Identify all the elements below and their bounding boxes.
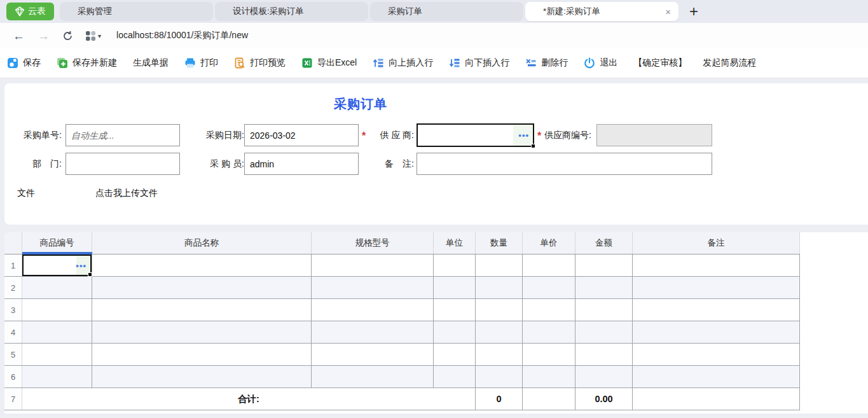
grid-cell[interactable] bbox=[523, 299, 575, 321]
grid-cell[interactable] bbox=[633, 299, 800, 321]
tab-design-template[interactable]: 设计模板:采购订单 bbox=[215, 2, 368, 21]
grid-cell[interactable] bbox=[92, 321, 312, 343]
grid-cell[interactable] bbox=[476, 254, 523, 276]
grid-cell[interactable] bbox=[22, 344, 92, 365]
order-date-input[interactable] bbox=[244, 124, 359, 146]
column-header-product-name[interactable]: 商品名称 bbox=[92, 232, 312, 254]
grid-cell[interactable] bbox=[575, 321, 633, 343]
close-tab-icon[interactable]: × bbox=[665, 7, 671, 17]
grid-cell[interactable] bbox=[92, 344, 312, 365]
grid-cell[interactable] bbox=[476, 277, 523, 298]
grid-cell[interactable] bbox=[434, 321, 476, 343]
grid-cell[interactable] bbox=[22, 277, 92, 298]
grid-cell[interactable] bbox=[312, 366, 434, 387]
grid-cell[interactable] bbox=[476, 299, 523, 321]
grid-cell[interactable] bbox=[434, 277, 476, 298]
order-date-label: 采购日期: bbox=[200, 124, 244, 146]
grid-cell[interactable] bbox=[434, 254, 476, 276]
department-input[interactable] bbox=[65, 153, 180, 175]
grid-cell[interactable] bbox=[312, 344, 434, 365]
grid-cell[interactable] bbox=[312, 254, 434, 276]
column-header-unit-price[interactable]: 单价 bbox=[523, 232, 575, 254]
grid-cell[interactable] bbox=[523, 344, 575, 365]
grid-cell[interactable] bbox=[22, 299, 92, 321]
delete-row-button[interactable]: 删除行 bbox=[525, 57, 568, 69]
grid-cell[interactable] bbox=[633, 366, 800, 387]
grid-cell[interactable] bbox=[633, 344, 800, 365]
grid-cell[interactable] bbox=[92, 277, 312, 298]
grid-cell[interactable] bbox=[575, 366, 633, 387]
fill-handle[interactable] bbox=[531, 144, 535, 148]
grid-cell[interactable] bbox=[92, 254, 312, 276]
new-tab-button[interactable]: + bbox=[689, 3, 698, 20]
supplier-input[interactable]: ••• bbox=[417, 123, 534, 147]
confirm-audit-button[interactable]: 【确定审核】 bbox=[633, 57, 687, 69]
grid-cell[interactable] bbox=[434, 344, 476, 365]
ellipsis-picker-icon[interactable]: ••• bbox=[518, 131, 529, 139]
tab-purchase-order-list[interactable]: 采购订单 bbox=[370, 2, 523, 21]
tab-new-purchase-order[interactable]: *新建:采购订单 × bbox=[525, 2, 679, 21]
row-number: 4 bbox=[4, 321, 22, 343]
exit-button[interactable]: 退出 bbox=[584, 57, 617, 69]
grid-cell[interactable] bbox=[575, 277, 633, 298]
grid-cell[interactable] bbox=[575, 254, 633, 276]
apps-grid-icon[interactable]: ▾ bbox=[86, 31, 101, 41]
grid-cell[interactable] bbox=[575, 299, 633, 321]
grid-cell[interactable] bbox=[523, 366, 575, 387]
grid-cell[interactable] bbox=[434, 299, 476, 321]
grid-cell[interactable] bbox=[92, 366, 312, 387]
grid-cell[interactable] bbox=[523, 321, 575, 343]
grid-cell[interactable] bbox=[575, 344, 633, 365]
export-excel-button[interactable]: 导出Excel bbox=[301, 57, 357, 69]
back-icon[interactable]: ← bbox=[13, 30, 25, 42]
start-simple-flow-button[interactable]: 发起简易流程 bbox=[703, 57, 756, 69]
save-and-new-button[interactable]: 保存并新建 bbox=[57, 57, 117, 69]
save-button[interactable]: 保存 bbox=[7, 57, 41, 69]
remark-input[interactable] bbox=[417, 153, 712, 175]
url-text[interactable]: localhost:88/10001/采购订单/new bbox=[116, 30, 248, 41]
insert-row-below-button[interactable]: 向下插入行 bbox=[449, 57, 509, 69]
print-button[interactable]: 打印 bbox=[184, 57, 218, 69]
column-header-amount[interactable]: 金额 bbox=[575, 232, 633, 254]
chevron-down-icon: ▾ bbox=[98, 32, 101, 39]
generate-document-button[interactable]: 生成单据 bbox=[133, 57, 169, 69]
grid-cell[interactable] bbox=[476, 344, 523, 365]
refresh-icon[interactable] bbox=[62, 31, 73, 41]
column-header-product-code[interactable]: 商品编号 bbox=[22, 232, 92, 254]
supplier-label: 供 应 商: bbox=[370, 124, 414, 146]
grid-cell[interactable] bbox=[434, 366, 476, 387]
purchaser-input[interactable] bbox=[244, 153, 359, 175]
print-preview-button[interactable]: 打印预览 bbox=[234, 57, 286, 69]
purchase-order-form: 采购订单 采购单号: 采购日期: * 供 应 商: ••• * 供应商编号: 部… bbox=[4, 83, 868, 225]
grid-cell[interactable] bbox=[523, 277, 575, 298]
grid-cell[interactable]: ••• bbox=[22, 254, 92, 276]
grid-cell[interactable] bbox=[92, 299, 312, 321]
grid-cell[interactable] bbox=[633, 254, 800, 276]
grid-cell[interactable] bbox=[476, 321, 523, 343]
grid-cell[interactable] bbox=[312, 321, 434, 343]
app-logo[interactable]: 云表 bbox=[6, 3, 54, 20]
grid-cell[interactable] bbox=[22, 366, 92, 387]
column-header-remark[interactable]: 备注 bbox=[633, 232, 800, 254]
upload-file-link[interactable]: 点击我上传文件 bbox=[95, 188, 158, 199]
column-header-qty[interactable]: 数量 bbox=[476, 232, 523, 254]
grid-cell[interactable] bbox=[22, 321, 92, 343]
column-header-spec[interactable]: 规格型号 bbox=[312, 232, 434, 254]
grid-cell[interactable] bbox=[476, 366, 523, 387]
export-excel-label: 导出Excel bbox=[317, 57, 357, 69]
grid-cell[interactable] bbox=[633, 277, 800, 298]
address-bar: ← → ▾ localhost:88/10001/采购订单/new bbox=[0, 23, 868, 48]
grid-cell[interactable] bbox=[633, 321, 800, 343]
grid-cell[interactable] bbox=[312, 277, 434, 298]
browser-tab-bar: 云表 采购管理 设计模板:采购订单 采购订单 *新建:采购订单 × + bbox=[0, 0, 868, 23]
order-no-input[interactable] bbox=[65, 124, 180, 146]
supplier-no-input bbox=[596, 124, 712, 146]
grid-cell[interactable] bbox=[523, 254, 575, 276]
insert-row-above-button[interactable]: 向上插入行 bbox=[373, 57, 433, 69]
order-date-required-star: * bbox=[362, 124, 366, 146]
grid-cell[interactable] bbox=[312, 299, 434, 321]
fill-handle[interactable] bbox=[88, 272, 92, 277]
tab-purchase-management[interactable]: 采购管理 bbox=[60, 2, 213, 21]
column-header-unit[interactable]: 单位 bbox=[434, 232, 476, 254]
ellipsis-picker-icon[interactable]: ••• bbox=[76, 261, 86, 270]
